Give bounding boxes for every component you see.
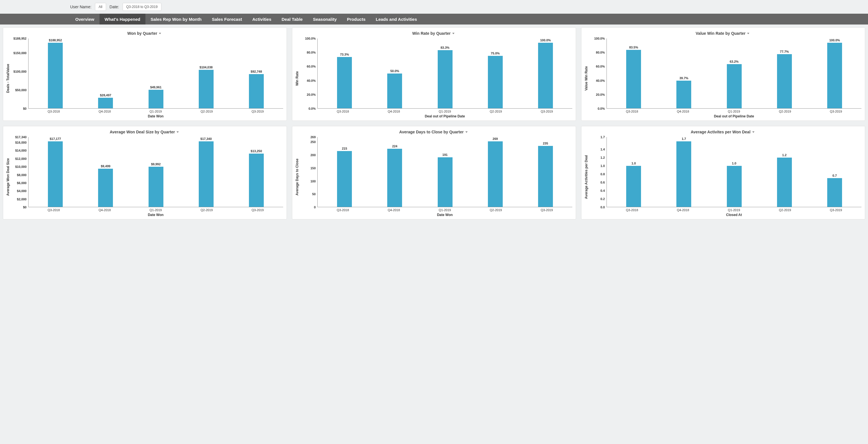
tab-what-s-happened[interactable]: What's Happened: [99, 14, 146, 25]
ytick: $150,000: [13, 51, 27, 55]
bar-slot: 100.0%: [810, 38, 860, 108]
panel-title-win-rate-by-quarter[interactable]: Win Rate by Quarter: [294, 31, 572, 36]
bar[interactable]: [488, 141, 503, 207]
xtick: Q3-2019: [521, 207, 572, 212]
bar[interactable]: [777, 158, 792, 207]
bar[interactable]: [199, 70, 214, 108]
bar[interactable]: [827, 43, 842, 108]
bar[interactable]: [538, 146, 553, 207]
chart-grid: Won by QuarterDeals - TotalValue$0$50,00…: [0, 25, 868, 222]
bar[interactable]: [538, 43, 553, 108]
bar[interactable]: [626, 50, 641, 108]
bar-value-label: $92,748: [251, 70, 262, 73]
bar[interactable]: [48, 141, 63, 207]
yaxis: 050100150200250269: [300, 137, 317, 207]
ylabel: Average Won Deal Size: [5, 137, 10, 217]
bar-value-label: 0.7: [832, 174, 837, 177]
panel-title-text: Win Rate by Quarter: [412, 31, 451, 36]
bar[interactable]: [149, 167, 163, 207]
tab-leads-and-activities[interactable]: Leads and Activities: [371, 14, 422, 25]
ytick: $188,952: [13, 37, 27, 40]
plot-area: 73.3%50.0%83.3%75.0%100.0%: [317, 38, 572, 108]
xtick: Q3-2019: [810, 108, 862, 113]
bar[interactable]: [249, 74, 264, 108]
bar-value-label: 83.3%: [440, 46, 450, 49]
tab-products[interactable]: Products: [342, 14, 371, 25]
bar[interactable]: [98, 169, 113, 207]
bar[interactable]: [827, 178, 842, 207]
ytick: 200: [311, 153, 316, 157]
ylabel: Average Activities per Deal: [584, 137, 589, 217]
chart-win-rate-by-quarter: Win Rate0.0%20.0%40.0%60.0%80.0%100.0%73…: [294, 38, 572, 118]
bar[interactable]: [98, 98, 113, 108]
bar[interactable]: [777, 54, 792, 108]
xtick: Q1-2019: [420, 207, 470, 212]
ytick: $100,000: [13, 70, 27, 73]
tab-activities[interactable]: Activities: [247, 14, 277, 25]
xtick: Q2-2019: [181, 207, 232, 212]
ytick: $8,000: [17, 173, 27, 177]
xtick: Q1-2019: [420, 108, 470, 113]
ytick: 0.0: [600, 205, 605, 209]
tab-seasonality[interactable]: Seasonality: [308, 14, 342, 25]
date-range-select[interactable]: Q3-2018 to Q3-2019: [123, 3, 161, 11]
bar-slot: 235: [520, 137, 570, 207]
bar[interactable]: [199, 141, 214, 207]
xaxis: Q3-2018Q4-2018Q1-2019Q2-2019Q3-2019: [300, 108, 572, 113]
caret-down-icon: [159, 33, 161, 34]
yaxis: 0.00.20.40.60.81.01.21.41.7: [589, 137, 607, 207]
bar[interactable]: [249, 154, 264, 207]
tab-deal-table[interactable]: Deal Table: [276, 14, 308, 25]
bar-value-label: $17,340: [200, 137, 212, 140]
yaxis: 0.0%20.0%40.0%60.0%80.0%100.0%: [300, 38, 317, 108]
bar-value-label: 100.0%: [829, 38, 840, 42]
xtick: Q3-2019: [232, 207, 283, 212]
tab-sales-rep-won-by-month[interactable]: Sales Rep Won by Month: [146, 14, 207, 25]
panel-title-avg-activities-per-won-deal[interactable]: Average Activites per Won Deal: [584, 130, 862, 134]
panel-title-text: Value Win Rate by Quarter: [696, 31, 746, 36]
plot-area: $188,952$28,497$49,961$104,038$92,748: [28, 38, 283, 108]
ytick: 80.0%: [596, 51, 605, 54]
xtick: Q2-2019: [470, 108, 521, 113]
panel-avg-days-to-close-by-quarter: Average Days to Close by QuarterAverage …: [292, 126, 576, 219]
bar-value-label: 39.7%: [680, 76, 688, 80]
ytick: $0: [23, 107, 27, 110]
bar[interactable]: [149, 90, 163, 108]
bar[interactable]: [488, 56, 503, 108]
caret-down-icon: [752, 131, 754, 133]
bar-slot: 1.7: [659, 137, 709, 207]
ytick: $0: [23, 205, 27, 209]
bar[interactable]: [387, 73, 402, 108]
ytick: 1.4: [600, 148, 605, 151]
bar[interactable]: [48, 43, 63, 108]
xtick: Q4-2018: [368, 207, 420, 212]
xlabel: Closed At: [589, 213, 862, 217]
bar[interactable]: [626, 166, 641, 207]
bar-value-label: 224: [392, 145, 397, 148]
panel-title-value-win-rate-by-quarter[interactable]: Value Win Rate by Quarter: [584, 31, 862, 36]
bar[interactable]: [438, 157, 453, 207]
bar[interactable]: [727, 64, 742, 108]
ytick: 1.2: [600, 156, 605, 159]
bar[interactable]: [337, 151, 352, 207]
bar-value-label: $104,038: [199, 66, 213, 69]
tab-overview[interactable]: Overview: [70, 14, 99, 25]
ytick: $2,000: [17, 197, 27, 201]
bar[interactable]: [676, 141, 691, 207]
panel-title-won-by-quarter[interactable]: Won by Quarter: [5, 31, 283, 36]
panel-title-avg-days-to-close-by-quarter[interactable]: Average Days to Close by Quarter: [294, 130, 572, 134]
bar[interactable]: [676, 81, 691, 108]
bar[interactable]: [438, 50, 453, 108]
bar-value-label: 1.0: [631, 162, 636, 165]
ytick: $50,000: [15, 88, 27, 92]
panel-title-avg-won-deal-size-by-quarter[interactable]: Average Won Deal Size by Quarter: [5, 130, 283, 134]
ytick: 0.0%: [309, 107, 316, 110]
ytick: 1.7: [600, 135, 605, 139]
bar[interactable]: [727, 166, 742, 207]
bar[interactable]: [387, 149, 402, 207]
tab-sales-forecast[interactable]: Sales Forecast: [207, 14, 247, 25]
user-name-select[interactable]: All: [95, 3, 106, 11]
panel-win-rate-by-quarter: Win Rate by QuarterWin Rate0.0%20.0%40.0…: [292, 27, 576, 121]
bar-slot: $104,038: [181, 38, 231, 108]
bar[interactable]: [337, 57, 352, 108]
